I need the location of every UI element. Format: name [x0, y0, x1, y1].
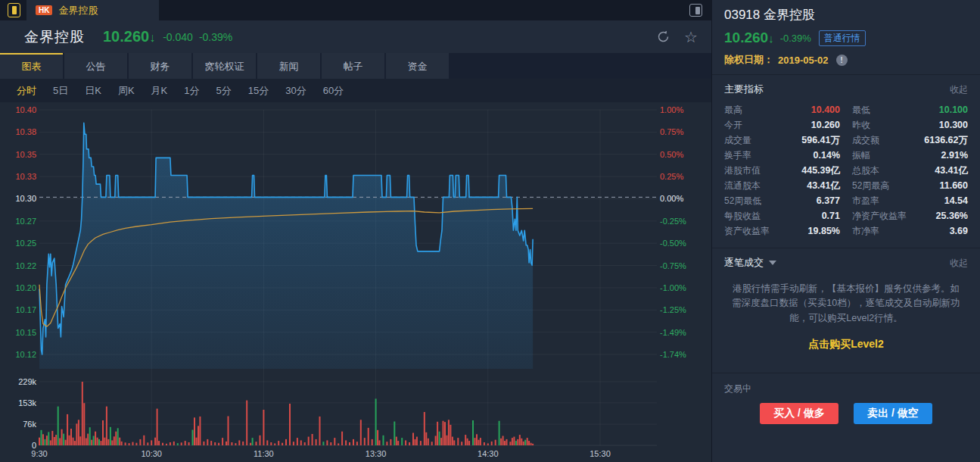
indicator-value: 6.377 — [817, 195, 840, 206]
axis-label: 10.12 — [2, 350, 36, 359]
stock-tab[interactable]: HK 金界控股 — [26, 0, 159, 20]
market-badge: HK — [36, 5, 52, 15]
axis-label: -0.25% — [660, 217, 686, 226]
top-tab-bar: HK 金界控股 — [0, 0, 711, 20]
main-tab-5[interactable]: 帖子 — [322, 53, 384, 79]
indicator-5: 成交额6136.62万 — [852, 133, 968, 148]
period-tab-1[interactable]: 5日 — [53, 84, 68, 98]
indicator-value: 0.14% — [814, 150, 840, 161]
main-tab-4[interactable]: 新闻 — [257, 53, 320, 79]
period-tab-3[interactable]: 周K — [118, 84, 135, 98]
panel-change-pct: -0.39% — [780, 33, 811, 44]
panel-toggle-bar — [695, 7, 700, 14]
indicator-17: 市净率3.69 — [852, 223, 968, 239]
indicator-label: 最低 — [852, 104, 870, 117]
price-area-fill — [39, 123, 533, 369]
axis-label: 10.33 — [2, 172, 36, 181]
indicator-15: 净资产收益率25.36% — [852, 208, 968, 223]
axis-label: 76k — [2, 420, 36, 429]
panel-toggle-icon[interactable] — [689, 4, 702, 17]
period-tab-6[interactable]: 5分 — [216, 84, 231, 98]
main-tab-1[interactable]: 公告 — [64, 53, 127, 79]
main-tab-6[interactable]: 资金 — [386, 53, 449, 79]
ticks-collapse-link[interactable]: 收起 — [950, 257, 968, 270]
indicator-value: 43.41亿 — [935, 164, 968, 177]
indicator-1: 最低10.100 — [852, 102, 968, 117]
period-tab-5[interactable]: 1分 — [184, 84, 199, 98]
main-tab-bar: 图表公告财务窝轮权证新闻帖子资金 — [0, 53, 711, 79]
period-tab-9[interactable]: 60分 — [323, 84, 344, 98]
sell-short-button[interactable]: 卖出 / 做空 — [854, 403, 932, 424]
axis-label: 10.40 — [2, 105, 36, 114]
indicator-value: 43.41亿 — [807, 179, 840, 192]
main-tab-2[interactable]: 财务 — [129, 53, 191, 79]
buy-long-button[interactable]: 买入 / 做多 — [760, 403, 838, 424]
axis-label: 10.27 — [2, 217, 36, 226]
indicator-value: 25.36% — [936, 211, 968, 221]
quote-level-badge[interactable]: 普通行情 — [819, 30, 866, 46]
indicator-label: 昨收 — [852, 119, 870, 132]
indicator-value: 3.69 — [950, 226, 968, 236]
period-tab-0[interactable]: 分时 — [17, 84, 36, 98]
ticks-title[interactable]: 逐笔成交 — [724, 256, 776, 270]
axis-label: 229k — [2, 377, 36, 386]
period-tab-8[interactable]: 30分 — [285, 84, 306, 98]
chart-canvas[interactable] — [0, 102, 711, 462]
axis-label: 0.75% — [660, 127, 683, 136]
main-tab-3[interactable]: 窝轮权证 — [193, 53, 256, 79]
axis-label: 10:30 — [141, 449, 162, 458]
indicator-value: 11.660 — [939, 180, 968, 191]
stock-code-name: 03918 金界控股 — [724, 6, 968, 23]
indicator-value: 19.85% — [808, 226, 840, 236]
axis-label: 11:30 — [254, 449, 274, 458]
sidebar-toggle-bar — [12, 6, 17, 14]
indicator-label: 52周最低 — [724, 195, 761, 208]
main-tab-0[interactable]: 图表 — [0, 53, 63, 79]
indicator-11: 52周最高11.660 — [852, 178, 968, 193]
quote-workspace: HK 金界控股 金界控股 10.260↓ -0.040 -0.39% ☆ 图表公… — [0, 0, 711, 462]
axis-label: -0.75% — [660, 261, 686, 270]
buy-level2-link[interactable]: 点击购买Level2 — [712, 338, 980, 351]
axis-label: 10.22 — [2, 261, 36, 270]
indicator-0: 最高10.400 — [724, 102, 840, 117]
indicator-value: 10.100 — [939, 105, 968, 115]
refresh-icon[interactable] — [656, 30, 670, 44]
sidebar-toggle-icon[interactable] — [8, 3, 20, 17]
indicator-value: 0.71 — [822, 211, 840, 221]
period-tab-4[interactable]: 月K — [151, 84, 168, 98]
axis-label: 10.38 — [2, 127, 36, 136]
stock-tab-label: 金界控股 — [58, 4, 98, 17]
axis-label: 10.20 — [2, 283, 36, 292]
axis-label: 0.50% — [660, 150, 683, 159]
indicator-value: 2.91% — [941, 150, 968, 161]
indicator-label: 净资产收益率 — [852, 210, 907, 223]
period-tab-7[interactable]: 15分 — [248, 84, 269, 98]
down-arrow-icon: ↓ — [149, 31, 155, 44]
axis-label: 13:30 — [366, 449, 387, 458]
axis-label: 10.30 — [2, 194, 36, 203]
ticks-section-header: 逐笔成交 收起 — [712, 248, 980, 274]
axis-label: 10.35 — [2, 150, 36, 159]
indicator-2: 今开10.260 — [724, 117, 840, 133]
indicator-value: 6136.62万 — [924, 134, 968, 147]
favorite-star-icon[interactable]: ☆ — [684, 30, 698, 45]
intraday-chart[interactable]: 10.4010.3810.3510.3310.3010.2710.2510.22… — [0, 102, 711, 462]
axis-label: 14:30 — [478, 449, 499, 458]
axis-label: 10.15 — [2, 328, 36, 337]
indicator-label: 振幅 — [852, 149, 870, 162]
axis-label: 9:30 — [31, 449, 47, 458]
indicators-collapse-link[interactable]: 收起 — [950, 83, 968, 96]
last-price: 10.260↓ — [103, 28, 155, 45]
axis-label: 0.00% — [660, 194, 683, 203]
indicator-8: 港股市值445.39亿 — [724, 163, 840, 178]
period-tab-bar: 分时5日日K周K月K1分5分15分30分60分 — [0, 79, 711, 102]
info-icon[interactable]: ! — [836, 55, 848, 66]
indicators-title: 主要指标 — [724, 83, 764, 96]
chevron-down-icon — [769, 261, 776, 265]
axis-label: 10.17 — [2, 305, 36, 314]
volume-bars — [39, 382, 534, 445]
period-tab-2[interactable]: 日K — [85, 84, 101, 98]
level2-notice-text: 港股行情需手动刷新，【基本报价】服务仅供参考。如需深度盘口数据（买卖10档），逐… — [712, 274, 980, 326]
quote-header: 金界控股 10.260↓ -0.040 -0.39% ☆ — [0, 20, 711, 53]
indicator-value: 10.260 — [811, 120, 840, 130]
